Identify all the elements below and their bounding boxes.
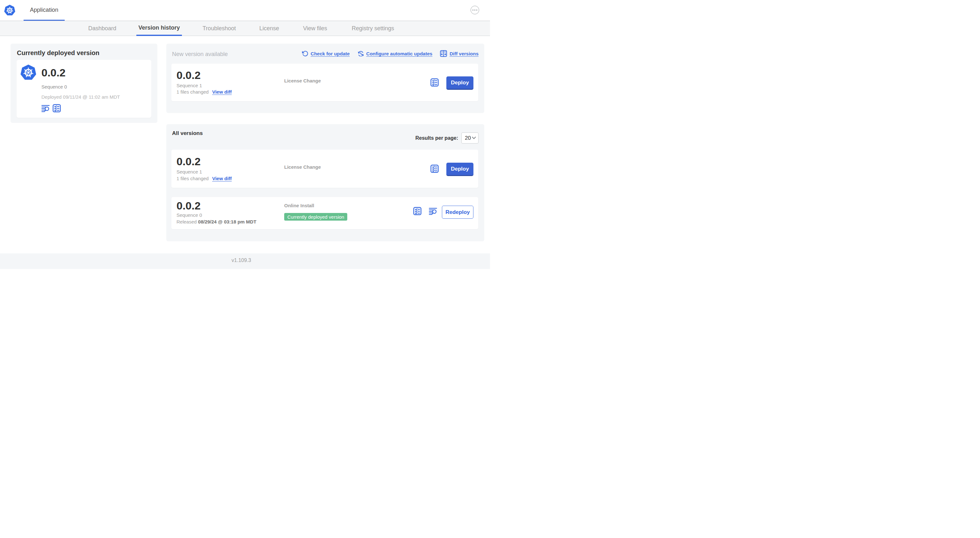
new-version-sequence: Sequence 1 (177, 83, 202, 88)
currently-deployed-panel: Currently deployed version 0.0.2 Sequenc… (11, 44, 158, 123)
version-row: 0.0.2 Sequence 1 1 files changed View di… (172, 150, 478, 188)
ellipsis-dot (473, 10, 473, 11)
preflight-checks-icon[interactable] (413, 207, 422, 215)
deploy-button[interactable]: Deploy (446, 76, 473, 90)
overflow-menu-button[interactable] (471, 6, 479, 14)
link-label: Check for update (311, 51, 350, 56)
preflight-checks-icon[interactable] (430, 78, 439, 87)
all-versions-title: All versions (172, 130, 203, 136)
new-version-number: 0.0.2 (177, 70, 201, 81)
console-version: v1.109.3 (0, 257, 483, 263)
currently-deployed-title: Currently deployed version (17, 49, 99, 57)
page-size-value: 20 (465, 135, 471, 141)
version-source-label: License Change (284, 164, 321, 170)
ellipsis-dot (476, 10, 477, 11)
diff-versions-link[interactable]: Diff versions (440, 50, 479, 57)
files-changed-label: 1 files changed (177, 89, 209, 95)
tab-dashboard[interactable]: Dashboard (85, 21, 120, 36)
diff-icon (440, 50, 447, 57)
version-number: 0.0.2 (177, 156, 201, 167)
automatic-updates-icon (358, 51, 364, 56)
redeploy-button[interactable]: Redeploy (442, 206, 473, 219)
page: Application Dashboard Version history Tr… (0, 0, 490, 269)
link-label: Diff versions (450, 51, 479, 56)
view-diff-link[interactable]: View diff (212, 176, 232, 181)
results-per-page: Results per page: 20 (415, 132, 479, 144)
ellipsis-dot (474, 10, 475, 11)
version-action-icons (41, 104, 61, 113)
all-versions-panel: All versions Results per page: 20 0.0.2 … (166, 124, 484, 241)
configure-automatic-updates-link[interactable]: Configure automatic updates (358, 51, 433, 56)
tab-view-files[interactable]: View files (299, 21, 331, 36)
new-version-panel: New version available Check for update C… (166, 44, 484, 113)
new-version-title: New version available (172, 51, 228, 58)
footer: v1.109.3 (0, 253, 490, 269)
version-source-label: Online Install (284, 203, 314, 208)
update-links: Check for update Configure automatic upd… (302, 50, 479, 57)
version-sequence: Sequence 0 (177, 212, 202, 218)
version-released: Released 08/29/24 @ 03:18 pm MDT (177, 219, 256, 224)
preflight-checks-icon[interactable] (52, 104, 61, 113)
kubernetes-logo-icon (4, 5, 15, 16)
tab-troubleshoot[interactable]: Troubleshoot (199, 21, 240, 36)
deployed-version-number: 0.0.2 (41, 67, 66, 78)
deploy-logs-icon[interactable] (41, 105, 50, 113)
tab-registry-settings[interactable]: Registry settings (348, 21, 398, 36)
link-label: Configure automatic updates (366, 51, 433, 56)
app-title: Application (30, 7, 58, 13)
page-size-select[interactable]: 20 (461, 132, 479, 144)
check-for-update-link[interactable]: Check for update (302, 50, 350, 57)
subnav: Dashboard Version history Troubleshoot L… (0, 21, 490, 36)
files-changed-row: 1 files changed View diff (177, 176, 232, 181)
view-diff-link[interactable]: View diff (212, 89, 232, 95)
released-label: Released (177, 219, 197, 224)
deploy-logs-icon[interactable] (429, 207, 437, 215)
version-source-label: License Change (284, 78, 321, 83)
files-changed-label: 1 files changed (177, 176, 209, 181)
results-per-page-label: Results per page: (415, 135, 458, 141)
new-version-card: 0.0.2 Sequence 1 1 files changed View di… (172, 63, 478, 101)
ellipsis-icon (473, 10, 477, 11)
chevron-down-icon (472, 136, 476, 139)
app-nav-tab[interactable]: Application (24, 0, 65, 21)
deployed-sequence-label: Sequence 0 (41, 84, 67, 89)
refresh-icon (302, 50, 309, 57)
preflight-checks-icon[interactable] (430, 165, 439, 173)
currently-deployed-badge: Currently deployed version (284, 213, 347, 221)
deployed-timestamp: Deployed 09/11/24 @ 11:02 am MDT (41, 94, 120, 100)
version-number: 0.0.2 (177, 200, 201, 211)
released-date: 08/29/24 @ 03:18 pm MDT (198, 219, 256, 224)
tab-license[interactable]: License (256, 21, 283, 36)
files-changed-row: 1 files changed View diff (177, 89, 232, 95)
tab-version-history[interactable]: Version history (136, 21, 182, 36)
deployed-version-card: 0.0.2 Sequence 0 Deployed 09/11/24 @ 11:… (17, 60, 151, 118)
header: Application (0, 0, 490, 21)
deploy-button[interactable]: Deploy (446, 163, 473, 176)
kubernetes-app-icon (21, 65, 36, 81)
version-row: 0.0.2 Sequence 0 Released 08/29/24 @ 03:… (172, 197, 478, 229)
version-sequence: Sequence 1 (177, 169, 202, 175)
